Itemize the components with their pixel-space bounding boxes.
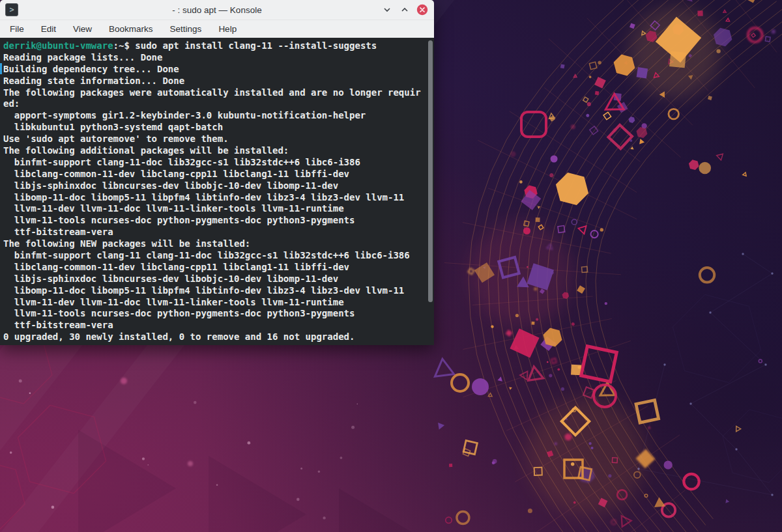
menu-item-file[interactable]: File: [1, 21, 33, 36]
terminal-output: derrik@ubuntu-vmware:~$ sudo apt install…: [3, 40, 425, 343]
terminal-line: libomp-11-doc libomp5-11 libpfm4 libtinf…: [3, 285, 425, 297]
terminal-line: ed:: [3, 98, 425, 110]
window-titlebar[interactable]: > - : sudo apt — Konsole: [0, 0, 434, 20]
terminal-prompt-line: derrik@ubuntu-vmware:~$ sudo apt install…: [3, 40, 425, 52]
konsole-app-icon: >: [5, 3, 18, 16]
konsole-window: > - : sudo apt — Konsole FileEditViewBoo: [0, 0, 434, 345]
window-title: - : sudo apt — Konsole: [0, 5, 434, 15]
maximize-button[interactable]: [399, 4, 411, 16]
terminal-line: The following packages were automaticall…: [3, 87, 425, 99]
terminal-line: binfmt-support clang-11-doc lib32gcc-s1 …: [3, 157, 425, 169]
terminal-line: The following additional packages will b…: [3, 145, 425, 157]
command: sudo apt install clang-11 --install-sugg…: [135, 40, 377, 51]
menu-item-settings[interactable]: Settings: [162, 21, 210, 36]
terminal-line: libomp-11-doc libomp5-11 libpfm4 libtinf…: [3, 192, 425, 204]
terminal-line: Building dependency tree... Done: [3, 64, 425, 76]
text-cursor-indicator: [0, 63, 2, 74]
terminal-line: The following NEW packages will be insta…: [3, 238, 425, 250]
user-host: derrik@ubuntu-vmware: [3, 40, 113, 51]
window-controls: [381, 4, 434, 16]
terminal-line: ttf-bitstream-vera: [3, 320, 425, 331]
terminal-line: libclang-common-11-dev libclang-cpp11 li…: [3, 262, 425, 273]
menu-item-bookmarks[interactable]: Bookmarks: [100, 21, 162, 36]
terminal-line: llvm-11-dev llvm-11-doc llvm-11-linker-t…: [3, 297, 425, 309]
terminal-line: ttf-bitstream-vera: [3, 227, 425, 238]
chevron-down-icon: [383, 5, 392, 14]
menu-item-view[interactable]: View: [65, 21, 100, 36]
menu-bar: FileEditViewBookmarksSettingsHelp: [0, 20, 434, 38]
separator: :: [113, 40, 119, 51]
terminal-line: binfmt-support clang-11 clang-11-doc lib…: [3, 250, 425, 262]
terminal-line: llvm-11-tools ncurses-doc python-pygment…: [3, 215, 425, 227]
terminal-area[interactable]: derrik@ubuntu-vmware:~$ sudo apt install…: [0, 38, 434, 345]
close-x-icon: [416, 4, 428, 16]
terminal-line: Reading package lists... Done: [3, 52, 425, 64]
scrollbar-thumb[interactable]: [428, 40, 433, 302]
menu-item-edit[interactable]: Edit: [33, 21, 65, 36]
terminal-line: libjs-sphinxdoc libncurses-dev libobjc-1…: [3, 180, 425, 192]
terminal-line: libjs-sphinxdoc libncurses-dev libobjc-1…: [3, 273, 425, 285]
symbol: $: [124, 40, 135, 51]
terminal-line: Use 'sudo apt autoremove' to remove them…: [3, 133, 425, 145]
terminal-line: Reading state information... Done: [3, 76, 425, 87]
menu-item-help[interactable]: Help: [210, 21, 245, 36]
terminal-line: llvm-11-tools ncurses-doc python-pygment…: [3, 308, 425, 320]
minimize-button[interactable]: [381, 4, 393, 16]
close-button[interactable]: [416, 4, 428, 16]
chevron-up-icon: [400, 5, 409, 14]
terminal-line: libkubuntu1 python3-systemd qapt-batch: [3, 122, 425, 133]
terminal-line: 0 upgraded, 30 newly installed, 0 to rem…: [3, 331, 425, 343]
terminal-line: apport-symptoms gir1.2-keybinder-3.0 kub…: [3, 110, 425, 122]
terminal-line: llvm-11-dev llvm-11-doc llvm-11-linker-t…: [3, 203, 425, 215]
terminal-line: libclang-common-11-dev libclang-cpp11 li…: [3, 169, 425, 180]
